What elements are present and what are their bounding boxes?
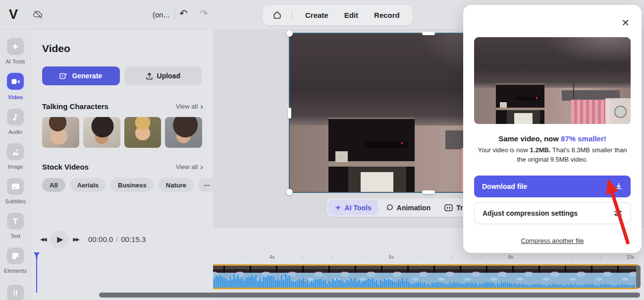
home-button[interactable] (269, 10, 285, 20)
close-icon[interactable]: ✕ (621, 18, 630, 28)
character-thumbnails (42, 117, 202, 148)
veed-logo[interactable]: V (9, 7, 17, 22)
audio-icon (12, 113, 19, 121)
menu-record[interactable]: Record (368, 11, 406, 19)
download-icon (615, 182, 623, 190)
upload-button[interactable]: Upload (124, 66, 202, 85)
chip-business[interactable]: Business (110, 178, 154, 192)
menu-edit[interactable]: Edit (338, 11, 364, 19)
new-size: 1.2MB. (530, 146, 551, 154)
sliders-icon (614, 210, 622, 217)
time-display: 00:00.0/00:15.3 (88, 235, 146, 243)
mode-switcher: Create Edit Record (263, 5, 413, 25)
resize-handle-bottom[interactable] (422, 190, 435, 194)
sidebar-item-audio[interactable]: Audio (0, 109, 31, 135)
resize-handle-left[interactable] (288, 108, 291, 119)
chip-more[interactable]: ⋯ (198, 178, 216, 192)
horizontal-scrollbar[interactable] (99, 293, 640, 298)
home-icon (272, 10, 282, 20)
savings-highlight: 87% smaller! (561, 134, 606, 143)
download-file-button[interactable]: Download file (474, 176, 631, 197)
animation-icon (385, 204, 393, 212)
chip-aerials[interactable]: Aerials (70, 178, 106, 192)
generate-video-icon (59, 72, 68, 79)
compress-another-link[interactable]: Compress another file (474, 237, 631, 244)
sidebar-item-image[interactable]: Image (0, 143, 31, 170)
vertical-scrollbar[interactable] (636, 265, 641, 288)
ruler-label: 8s (508, 254, 514, 260)
sparkle-icon: ✦ (335, 203, 341, 212)
ai-tools-icon (11, 43, 19, 51)
undo-button[interactable]: ↶ (179, 7, 188, 19)
character-thumbnail[interactable] (83, 117, 120, 148)
transition-icon (444, 204, 453, 211)
chevron-right-icon: › (200, 163, 203, 171)
stock-videos-title: Stock Videos (42, 163, 89, 171)
talking-characters-view-all[interactable]: View all › (176, 102, 203, 111)
sidebar-rail: AI Tools Video Audio Image Subtitles Tex… (0, 30, 31, 300)
adjust-compression-button[interactable]: Adjust compression settings (474, 202, 631, 224)
panel-title: Video (42, 43, 213, 55)
rewind-button[interactable]: ◀◀ (38, 237, 49, 242)
chip-nature[interactable]: Nature (159, 178, 194, 192)
upload-icon (146, 72, 153, 80)
sidebar-item-video[interactable]: Video (0, 73, 31, 100)
modal-body-text: Your video is now 1.2MB. That's 8.3MB sm… (474, 146, 631, 165)
sidebar-item-settings[interactable] (0, 285, 31, 300)
pill-divider (292, 10, 292, 20)
sidebar-item-ai-tools[interactable]: AI Tools (0, 38, 31, 64)
chip-all[interactable]: All (42, 178, 65, 192)
subtitles-icon (11, 183, 20, 190)
project-title[interactable]: (on... (153, 10, 169, 19)
ruler-label: 6s (389, 254, 394, 260)
chevron-right-icon: › (200, 102, 203, 111)
ruler-label: 4s (269, 254, 275, 260)
clip-toolbar: ✦ AI Tools Animation Transi (327, 198, 484, 217)
modal-heading: Same video, now 87% smaller! (474, 134, 631, 143)
talking-characters-title: Talking Characters (42, 102, 108, 111)
current-time: 00:00.0 (88, 235, 113, 243)
image-icon (11, 148, 19, 156)
playhead[interactable] (33, 252, 40, 261)
character-thumbnail[interactable] (42, 117, 79, 148)
menu-create[interactable]: Create (299, 11, 334, 19)
character-thumbnail[interactable] (124, 117, 161, 148)
cloud-off-icon (33, 9, 44, 20)
total-time: 00:15.3 (121, 235, 146, 243)
generate-button[interactable]: Generate (42, 66, 120, 85)
video-icon (11, 78, 20, 85)
character-thumbnail[interactable] (165, 117, 202, 148)
stock-filter-chips: All Aerials Business Nature ⋯ (42, 178, 213, 192)
play-button[interactable]: ▶ (51, 231, 68, 248)
sidebar-item-subtitles[interactable]: Subtitles (0, 178, 31, 204)
animation-button[interactable]: Animation (379, 200, 437, 215)
text-icon (12, 218, 19, 225)
resize-handle-top-left[interactable] (286, 30, 293, 37)
video-panel: Video Generate Upload Talking Characters… (31, 30, 213, 300)
fast-forward-button[interactable]: ▶▶ (70, 237, 81, 242)
adjust-icon (12, 290, 19, 297)
sidebar-item-text[interactable]: Text (0, 213, 31, 239)
compression-result-modal: ✕ Same video, now 87% smaller! Your vide… (463, 5, 642, 253)
compressed-video-thumbnail (474, 37, 631, 124)
elements-icon (11, 252, 19, 260)
topbar-divider (174, 9, 175, 21)
ruler-label: 10s (626, 254, 634, 260)
sidebar-item-elements[interactable]: Elements (0, 247, 31, 274)
resize-handle-bottom-left[interactable] (286, 189, 293, 195)
redo-button[interactable]: ↷ (200, 7, 208, 19)
resize-handle-top[interactable] (422, 32, 435, 35)
stock-videos-view-all[interactable]: View all › (176, 163, 203, 171)
ai-tools-button[interactable]: ✦ AI Tools (328, 200, 378, 215)
